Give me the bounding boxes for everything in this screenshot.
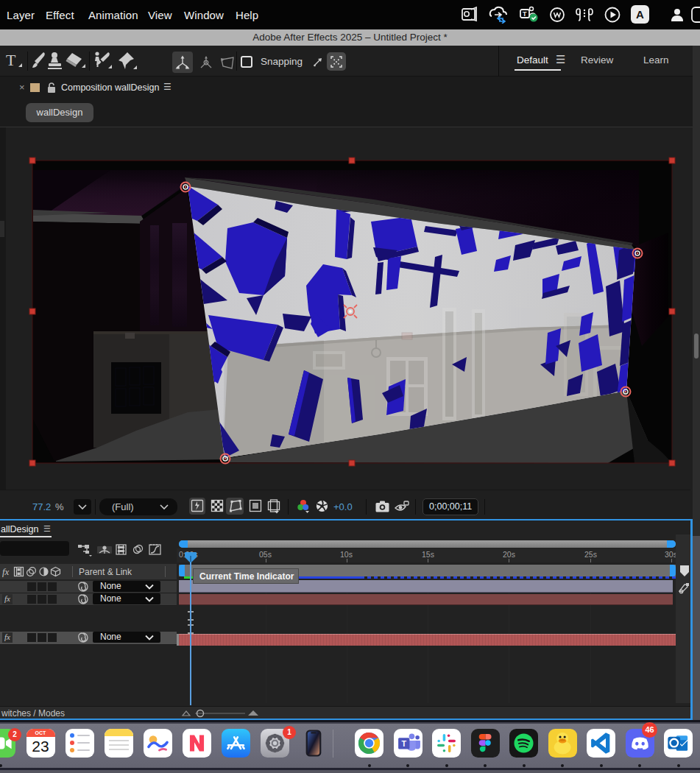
svg-text:T: T [6,51,16,69]
svg-text:T: T [401,739,406,748]
svg-text:T: T [523,10,527,18]
svg-text:fx: fx [2,566,10,577]
